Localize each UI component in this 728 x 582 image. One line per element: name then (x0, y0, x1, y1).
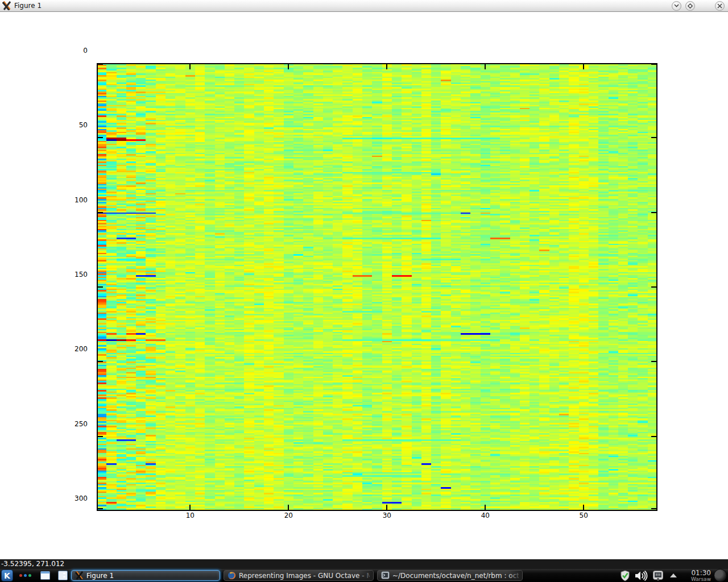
diamond-icon (688, 3, 693, 9)
quicklaunch-dots-icon[interactable] (18, 569, 32, 581)
shield-check-icon[interactable] (619, 570, 631, 581)
clock-time: 01:30 (691, 569, 711, 576)
coordinate-statusbar: -3.52395, 271.012 (0, 559, 728, 569)
panel-cashew-icon[interactable] (714, 569, 727, 582)
window-buttons (672, 1, 725, 11)
terminal-icon (381, 571, 390, 580)
x-tick-label: 10 (177, 512, 202, 519)
system-tray (619, 569, 677, 582)
desktop: Figure 1 050100150200250300102 (0, 0, 728, 582)
taskbar-panel: K Figure 1 Representing Images - GNU Oct… (0, 569, 728, 582)
file-drawer-icon[interactable] (58, 571, 68, 580)
k-menu-button[interactable]: K (1, 569, 13, 581)
window-titlebar[interactable]: Figure 1 (0, 0, 728, 12)
y-tick-label: 200 (61, 345, 88, 353)
task-label: Figure 1 (86, 572, 114, 580)
task-button-firefox[interactable]: Representing Images - GNU Octave - M (224, 570, 374, 581)
y-tick-label: 50 (61, 121, 88, 129)
tray-expander-arrow[interactable] (670, 573, 677, 577)
x-tick-label: 20 (276, 512, 301, 519)
show-desktop-icon[interactable] (40, 571, 50, 580)
heatmap-canvas[interactable] (97, 63, 657, 511)
task-button-figure1[interactable]: Figure 1 (71, 570, 220, 581)
network-interface-icon[interactable] (652, 570, 664, 581)
xorg-window-icon (2, 1, 11, 10)
maximize-button[interactable] (685, 1, 695, 11)
figure-canvas: 0501001502002503001020304050 (0, 12, 728, 559)
task-label: ~/Documents/octave/n_net/rbm : octa (392, 572, 519, 580)
cursor-coordinates: -3.52395, 271.012 (1, 560, 64, 568)
close-icon (717, 3, 722, 9)
y-tick-label: 100 (61, 196, 88, 204)
close-button[interactable] (715, 1, 725, 11)
window-title: Figure 1 (14, 2, 42, 10)
y-tick-label: 250 (61, 420, 88, 428)
chevron-down-icon (674, 4, 679, 7)
task-label: Representing Images - GNU Octave - M (239, 572, 370, 580)
clock-timezone: Warsaw (691, 577, 711, 582)
y-tick-label: 0 (61, 47, 88, 55)
y-tick-label: 150 (61, 271, 88, 278)
y-tick-label: 300 (61, 494, 88, 502)
minimize-button[interactable] (672, 1, 681, 11)
x-tick-label: 30 (374, 512, 399, 519)
volume-icon[interactable] (635, 571, 648, 581)
task-button-terminal[interactable]: ~/Documents/octave/n_net/rbm : octa (377, 570, 523, 581)
x-tick-label: 40 (473, 512, 498, 519)
firefox-icon (228, 571, 236, 580)
panel-clock[interactable]: 01:30 Warsaw (691, 569, 711, 582)
plot-frame (96, 62, 659, 512)
xorg-task-icon (75, 571, 84, 580)
label-fade (358, 571, 373, 580)
label-fade (507, 571, 522, 580)
x-tick-label: 50 (571, 512, 596, 519)
